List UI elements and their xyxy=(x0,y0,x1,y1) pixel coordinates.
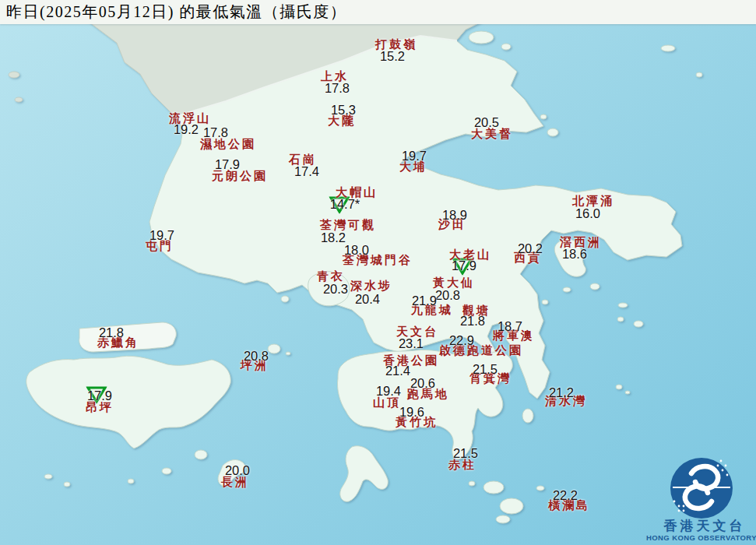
station-name: 青衣 xyxy=(317,271,345,283)
station-name: 赤柱 xyxy=(448,459,476,471)
station-temperature: 17.8 xyxy=(203,126,228,139)
station-temperature: 19.6 xyxy=(399,406,424,419)
station-temperature: 18.0 xyxy=(344,244,369,257)
station-temperature: 19.7 xyxy=(402,149,427,163)
station-name: 黃大仙 xyxy=(433,277,475,289)
station-temperature: 17.9 xyxy=(87,389,112,403)
station-name: 元朗公園 xyxy=(212,171,268,182)
station-temperature: 18.6 xyxy=(562,248,587,261)
station-temperature: 21.8 xyxy=(460,315,485,328)
station-temperature: 21.2 xyxy=(549,386,574,399)
station-temperature: 18.7 xyxy=(498,320,522,333)
station-temperature: 17.9 xyxy=(215,158,240,171)
station-temperature: 21.9 xyxy=(412,294,437,308)
station-temperature: 20.8 xyxy=(435,289,460,302)
station-name: 長洲 xyxy=(221,476,249,488)
map-title: 昨日(2025年05月12日) 的最低氣溫（攝氏度） xyxy=(6,2,346,23)
station-name: 北潭涌 xyxy=(572,195,614,207)
station-temperature: 16.0 xyxy=(575,207,600,220)
station-name: 山頂 xyxy=(373,397,401,409)
station-temperature: 20.4 xyxy=(355,293,380,306)
station-name: 屯門 xyxy=(146,241,174,252)
station-temperature: 22.2 xyxy=(553,489,578,502)
station-temperature: 20.3 xyxy=(323,283,348,296)
station-temperature: 21.4 xyxy=(385,364,410,378)
station-temperature: 20.0 xyxy=(225,464,250,477)
station-temperature: 15.2 xyxy=(380,50,405,63)
station-temperature: 21.5 xyxy=(473,363,498,376)
station-temperature: 20.5 xyxy=(474,116,499,129)
station-temperature: 19.4 xyxy=(376,385,401,398)
station-name: 大埔 xyxy=(399,161,427,173)
station-temperature: 19.7 xyxy=(149,229,174,242)
station-labels-layer: 打鼓嶺15.2上水17.8大隴15.3流浮山19.2濕地公園17.8元朗公園17… xyxy=(0,0,756,545)
title-bar: 昨日(2025年05月12日) 的最低氣溫（攝氏度） xyxy=(0,0,756,24)
station-name: 跑馬地 xyxy=(407,389,449,400)
station-name: 大隴 xyxy=(328,115,356,127)
station-temperature: 21.5 xyxy=(453,447,478,460)
station-name: 荃灣可觀 xyxy=(320,220,376,231)
station-name: 深水埗 xyxy=(350,280,392,292)
station-temperature: 23.1 xyxy=(399,337,424,350)
station-temperature: 22.9 xyxy=(449,334,474,347)
station-name: 昂坪 xyxy=(86,402,114,413)
station-name: 濕地公園 xyxy=(200,139,256,150)
weather-map-screen: 香港天文台 HONG KONG OBSERVATORY 打鼓嶺15.2上水17.… xyxy=(0,0,756,545)
station-temperature: 18.2 xyxy=(321,231,346,244)
station-temperature: 17.8 xyxy=(325,82,350,95)
station-temperature: 18.9 xyxy=(442,209,467,222)
station-temperature: 14.7* xyxy=(330,198,360,211)
station-temperature: 21.8 xyxy=(99,326,124,339)
station-temperature: 20.6 xyxy=(410,377,435,390)
station-temperature: 15.3 xyxy=(331,104,356,117)
station-name: 大美督 xyxy=(471,128,513,140)
station-temperature: 17.9 xyxy=(452,259,476,272)
station-temperature: 20.2 xyxy=(518,242,543,255)
station-temperature: 17.4 xyxy=(294,165,319,178)
station-temperature: 19.2 xyxy=(174,123,199,136)
station-temperature: 20.8 xyxy=(244,350,269,363)
